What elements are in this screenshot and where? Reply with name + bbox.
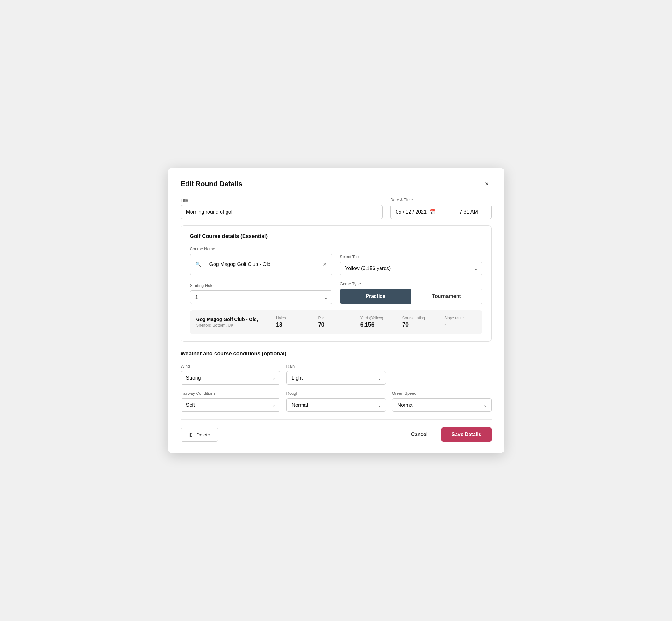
- course-name-input[interactable]: [204, 258, 323, 271]
- course-info-name: Gog Magog Golf Club - Old,: [196, 317, 266, 322]
- course-rating-label: Course rating: [402, 316, 425, 320]
- wind-wrapper: CalmLightModerate StrongVery Strong ⌄: [181, 371, 280, 385]
- rough-wrapper: DrySoft NormalWet ⌄: [287, 398, 386, 412]
- slope-rating-label: Slope rating: [444, 316, 464, 320]
- spacer: [392, 364, 492, 385]
- modal-header: Edit Round Details ×: [181, 179, 492, 189]
- par-label: Par: [318, 316, 324, 320]
- holes-stat: Holes 18: [271, 316, 307, 328]
- yards-value: 6,156: [360, 322, 375, 328]
- delete-label: Delete: [197, 432, 210, 437]
- select-tee-dropdown[interactable]: Yellow (6,156 yards) White Red: [340, 261, 482, 275]
- select-tee-group: Select Tee Yellow (6,156 yards) White Re…: [340, 254, 482, 275]
- game-type-label: Game Type: [340, 282, 482, 286]
- title-input[interactable]: [181, 205, 383, 219]
- holes-value: 18: [276, 322, 282, 328]
- date-input[interactable]: 05 / 12 / 2021 📅: [390, 205, 446, 219]
- starting-hole-group: Starting Hole 1234 5678 910 ⌄: [190, 283, 333, 304]
- starting-hole-wrapper: 1234 5678 910 ⌄: [190, 290, 333, 304]
- rough-group: Rough DrySoft NormalWet ⌄: [287, 391, 386, 412]
- save-button[interactable]: Save Details: [442, 427, 491, 442]
- green-speed-group: Green Speed SlowNormal FastVery Fast ⌄: [392, 391, 492, 412]
- tournament-button[interactable]: Tournament: [411, 289, 482, 303]
- trash-icon: 🗑: [189, 432, 194, 437]
- golf-section-title: Golf Course details (Essential): [190, 233, 482, 240]
- game-type-group: Game Type Practice Tournament: [340, 282, 482, 304]
- fairway-dropdown[interactable]: DrySoft NormalWet: [181, 398, 280, 412]
- fairway-group: Fairway Conditions DrySoft NormalWet ⌄: [181, 391, 280, 412]
- golf-course-section: Golf Course details (Essential) Course N…: [181, 225, 492, 342]
- time-input[interactable]: 7:31 AM: [446, 205, 491, 219]
- select-tee-wrapper: Yellow (6,156 yards) White Red ⌄: [340, 261, 482, 275]
- title-group: Title: [181, 198, 383, 219]
- hole-gametype-row: Starting Hole 1234 5678 910 ⌄ Game Type …: [190, 282, 482, 304]
- green-speed-wrapper: SlowNormal FastVery Fast ⌄: [392, 398, 492, 412]
- yards-stat: Yards(Yellow) 6,156: [355, 316, 392, 328]
- slope-rating-value: -: [444, 322, 446, 328]
- select-tee-label: Select Tee: [340, 254, 482, 259]
- yards-label: Yards(Yellow): [360, 316, 383, 320]
- date-time-inputs: 05 / 12 / 2021 📅 7:31 AM: [390, 205, 491, 219]
- footer-right-actions: Cancel Save Details: [404, 427, 492, 442]
- course-rating-value: 70: [402, 322, 409, 328]
- course-name-group: Course Name 🔍 ✕: [190, 246, 333, 275]
- close-button[interactable]: ×: [482, 179, 492, 189]
- par-stat: Par 70: [313, 316, 349, 328]
- par-value: 70: [318, 322, 324, 328]
- delete-button[interactable]: 🗑 Delete: [181, 427, 218, 442]
- clear-icon[interactable]: ✕: [323, 261, 327, 267]
- green-speed-dropdown[interactable]: SlowNormal FastVery Fast: [392, 398, 492, 412]
- course-name-label: Course Name: [190, 246, 333, 251]
- footer-row: 🗑 Delete Cancel Save Details: [181, 427, 492, 442]
- game-type-toggle: Practice Tournament: [340, 289, 482, 304]
- course-search-wrap[interactable]: 🔍 ✕: [190, 254, 333, 275]
- wind-group: Wind CalmLightModerate StrongVery Strong…: [181, 364, 280, 385]
- green-speed-label: Green Speed: [392, 391, 492, 396]
- practice-button[interactable]: Practice: [340, 289, 411, 303]
- rain-dropdown[interactable]: NoneLight ModerateHeavy: [287, 371, 386, 385]
- fairway-wrapper: DrySoft NormalWet ⌄: [181, 398, 280, 412]
- datetime-group: Date & Time 05 / 12 / 2021 📅 7:31 AM: [390, 198, 491, 219]
- wind-rain-row: Wind CalmLightModerate StrongVery Strong…: [181, 364, 492, 385]
- rough-dropdown[interactable]: DrySoft NormalWet: [287, 398, 386, 412]
- time-value: 7:31 AM: [459, 209, 478, 215]
- title-label: Title: [181, 198, 383, 203]
- weather-section-title: Weather and course conditions (optional): [181, 350, 492, 357]
- course-info-bar: Gog Magog Golf Club - Old, Shelford Bott…: [190, 310, 482, 334]
- datetime-label: Date & Time: [390, 198, 491, 202]
- fairway-rough-green-row: Fairway Conditions DrySoft NormalWet ⌄ R…: [181, 391, 492, 412]
- slope-rating-stat: Slope rating -: [439, 316, 476, 328]
- date-value: 05 / 12 / 2021: [395, 209, 426, 215]
- wind-label: Wind: [181, 364, 280, 369]
- rain-wrapper: NoneLight ModerateHeavy ⌄: [287, 371, 386, 385]
- starting-hole-label: Starting Hole: [190, 283, 333, 288]
- fairway-label: Fairway Conditions: [181, 391, 280, 396]
- course-rating-stat: Course rating 70: [397, 316, 434, 328]
- starting-hole-dropdown[interactable]: 1234 5678 910: [190, 290, 333, 304]
- title-datetime-row: Title Date & Time 05 / 12 / 2021 📅 7:31 …: [181, 198, 492, 219]
- search-icon: 🔍: [195, 261, 201, 267]
- rough-label: Rough: [287, 391, 386, 396]
- edit-round-modal: Edit Round Details × Title Date & Time 0…: [168, 168, 504, 453]
- course-info-location: Shelford Bottom, UK: [196, 323, 266, 328]
- calendar-icon: 📅: [429, 209, 435, 215]
- course-tee-row: Course Name 🔍 ✕ Select Tee Yellow (6,156…: [190, 246, 482, 275]
- wind-dropdown[interactable]: CalmLightModerate StrongVery Strong: [181, 371, 280, 385]
- weather-section: Weather and course conditions (optional)…: [181, 350, 492, 412]
- rain-label: Rain: [287, 364, 386, 369]
- course-name-location: Gog Magog Golf Club - Old, Shelford Bott…: [196, 317, 266, 328]
- rain-group: Rain NoneLight ModerateHeavy ⌄: [287, 364, 386, 385]
- modal-title: Edit Round Details: [181, 180, 243, 188]
- cancel-button[interactable]: Cancel: [404, 427, 435, 442]
- holes-label: Holes: [276, 316, 286, 320]
